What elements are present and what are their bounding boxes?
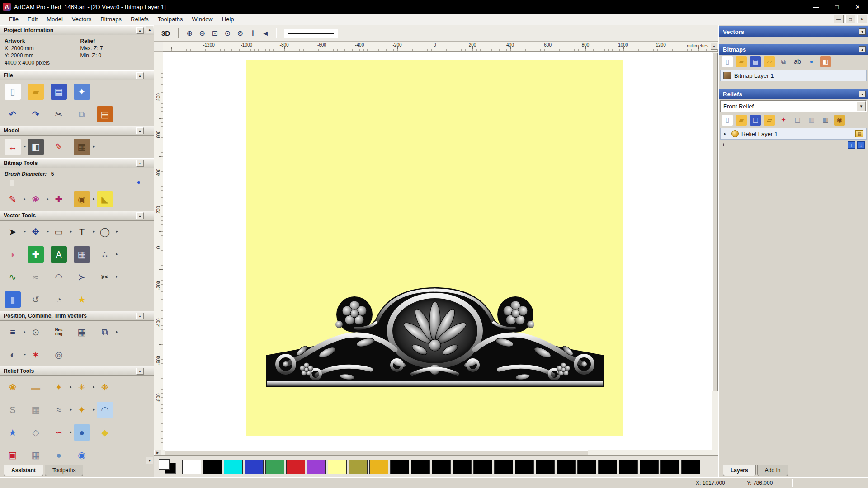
circular-copy-icon[interactable]: ⊙ <box>28 324 44 340</box>
colour-swatch[interactable] <box>411 460 430 474</box>
sculpt-model-icon[interactable]: ✎ <box>51 139 67 155</box>
section-collapse-button[interactable]: ▲ <box>136 313 144 319</box>
colour-swatch[interactable] <box>182 460 201 474</box>
create-arc-icon[interactable]: ◠ <box>51 269 67 285</box>
colour-swatch[interactable] <box>453 460 472 474</box>
colour-swatch[interactable] <box>681 460 700 474</box>
select-vectors-icon[interactable]: ➤ <box>5 224 21 240</box>
nesting-icon[interactable]: Nes ting <box>51 324 67 340</box>
relief-select-combo[interactable]: Front Relief ▼ <box>720 100 867 112</box>
sweep-profile-icon[interactable]: ∽ <box>51 424 67 441</box>
slider-thumb[interactable] <box>10 180 14 186</box>
colour-swatch[interactable] <box>245 460 264 474</box>
add-relief-layer-button[interactable]: + <box>722 142 725 148</box>
transform-vectors-icon[interactable]: ✥ <box>28 224 44 240</box>
zoom-fit-icon[interactable]: ⊙ <box>222 28 233 39</box>
relief-layer-options-icon[interactable]: ▤ <box>855 130 863 137</box>
menu-item[interactable]: Help <box>217 14 239 25</box>
section-collapse-button[interactable]: ▲ <box>136 127 144 134</box>
tab-add-in[interactable]: Add In <box>757 465 788 476</box>
copy-icon[interactable]: ⧉ <box>74 106 90 122</box>
paste-icon[interactable]: ▤ <box>97 106 113 122</box>
new-model-icon[interactable]: ▯ <box>5 84 21 100</box>
create-rectangle-icon[interactable]: ▭ <box>51 224 67 240</box>
tab-layers[interactable]: Layers <box>723 465 756 476</box>
menu-item[interactable]: Vectors <box>67 14 96 25</box>
section-project-information[interactable]: Project Information ▲ <box>0 25 154 35</box>
group-vectors-icon[interactable]: ⧉ <box>97 324 113 340</box>
texture-relief-icon[interactable]: ▦ <box>28 402 44 418</box>
relief-clipart-icon[interactable]: ▤ <box>792 115 803 126</box>
create-ellipse-icon[interactable]: ◯ <box>97 224 113 240</box>
zoom-100-icon[interactable]: ⊚ <box>234 28 246 39</box>
mdi-restore-button[interactable]: □ <box>845 15 855 23</box>
menu-item[interactable]: Reliefs <box>126 14 153 25</box>
menu-item[interactable]: Toolpaths <box>153 14 188 25</box>
current-colours-indicator[interactable] <box>157 458 179 475</box>
reliefs-header[interactable]: Reliefs ▲ <box>719 89 868 99</box>
layer-visibility-icon[interactable] <box>731 130 739 137</box>
save-bitmap-icon[interactable]: ▤ <box>750 56 761 67</box>
line-style-selector[interactable] <box>284 29 338 38</box>
colour-swatch[interactable] <box>307 460 326 474</box>
section-collapse-button[interactable]: ▲ <box>136 212 144 219</box>
greyscale-image-icon[interactable]: ▦ <box>74 139 90 155</box>
open-model-icon[interactable]: ▰ <box>28 84 44 100</box>
colour-swatch[interactable] <box>349 460 368 474</box>
colour-swatch[interactable] <box>432 460 451 474</box>
window-minimize-button[interactable]: — <box>806 0 826 14</box>
adjust-model-icon[interactable]: ◧ <box>28 139 44 155</box>
save-relief-icon[interactable]: ▤ <box>750 115 761 126</box>
undo-icon[interactable]: ↶ <box>5 106 21 122</box>
relief-extra-2-icon[interactable]: ▦ <box>28 447 44 463</box>
tab-toolpaths[interactable]: Toolpaths <box>45 465 83 476</box>
merge-bitmap-icon[interactable]: ⧉ <box>778 56 789 67</box>
block-copy-icon[interactable]: ▦ <box>74 324 90 340</box>
colour-swatch[interactable] <box>286 460 305 474</box>
rename-bitmap-icon[interactable]: ab <box>792 56 803 67</box>
wrap-copies-icon[interactable]: ◎ <box>51 347 67 363</box>
relief-folder-icon[interactable]: ▱ <box>764 115 775 126</box>
bitmap-options-icon[interactable]: ◧ <box>820 56 831 67</box>
section-position-combine-trim[interactable]: Position, Combine, Trim Vectors ▲ <box>0 311 154 321</box>
canvas-2d-view[interactable] <box>163 52 712 450</box>
zoom-box-icon[interactable]: ⊡ <box>209 28 221 39</box>
texture-flow-icon[interactable]: ● <box>74 424 90 441</box>
calculate-relief-icon[interactable]: ✦ <box>778 115 789 126</box>
menu-item[interactable]: Window <box>188 14 217 25</box>
view-3d-button[interactable]: 3D <box>158 28 174 39</box>
reliefs-collapse-button[interactable]: ▲ <box>859 91 866 97</box>
paste-along-curve-icon[interactable]: ✶ <box>28 347 44 363</box>
canvas-horizontal-scrollbar[interactable]: ▶ <box>154 450 718 455</box>
canvas-vertical-scrollbar[interactable] <box>712 52 718 450</box>
open-bitmap-icon[interactable]: ▰ <box>736 56 747 67</box>
panel-scroll-down-button[interactable]: ▼ <box>146 457 153 464</box>
window-close-button[interactable]: ✕ <box>847 0 868 14</box>
relief-wizard-icon[interactable]: ★ <box>5 424 21 441</box>
section-collapse-button[interactable]: ▲ <box>136 72 144 79</box>
measure-icon[interactable]: ∴ <box>97 246 113 263</box>
colour-swatch[interactable] <box>640 460 659 474</box>
mdi-minimize-button[interactable]: — <box>834 15 844 23</box>
import-model-icon[interactable]: ✦ <box>74 84 90 100</box>
dome-relief-icon[interactable]: ◠ <box>97 402 113 418</box>
turn-tool-icon[interactable]: ❋ <box>97 379 113 395</box>
sculpting-icon[interactable]: S <box>5 402 21 418</box>
colour-swatch[interactable] <box>390 460 409 474</box>
bitmaps-header[interactable]: Bitmaps ▲ <box>719 44 868 55</box>
smooth-layer-icon[interactable]: ▦ <box>806 115 817 126</box>
menu-item[interactable]: File <box>5 14 23 25</box>
create-text-icon[interactable]: T <box>74 224 90 240</box>
window-maximize-button[interactable]: □ <box>826 0 847 14</box>
scrollbar-track[interactable] <box>161 450 718 455</box>
section-relief-tools[interactable]: Relief Tools ▲ <box>0 366 154 376</box>
colour-swatch[interactable] <box>369 460 388 474</box>
open-relief-icon[interactable]: ▰ <box>736 115 747 126</box>
pan-view-icon[interactable]: ✛ <box>247 28 259 39</box>
model-canvas[interactable] <box>246 60 623 436</box>
section-model[interactable]: Model ▲ <box>0 126 154 136</box>
pane-toggle-button[interactable]: ▶ <box>154 450 161 455</box>
move-layer-down-button[interactable]: ↓ <box>857 141 865 149</box>
section-collapse-button[interactable]: ▲ <box>136 368 144 375</box>
layer-expander-icon[interactable]: ► <box>723 132 729 136</box>
